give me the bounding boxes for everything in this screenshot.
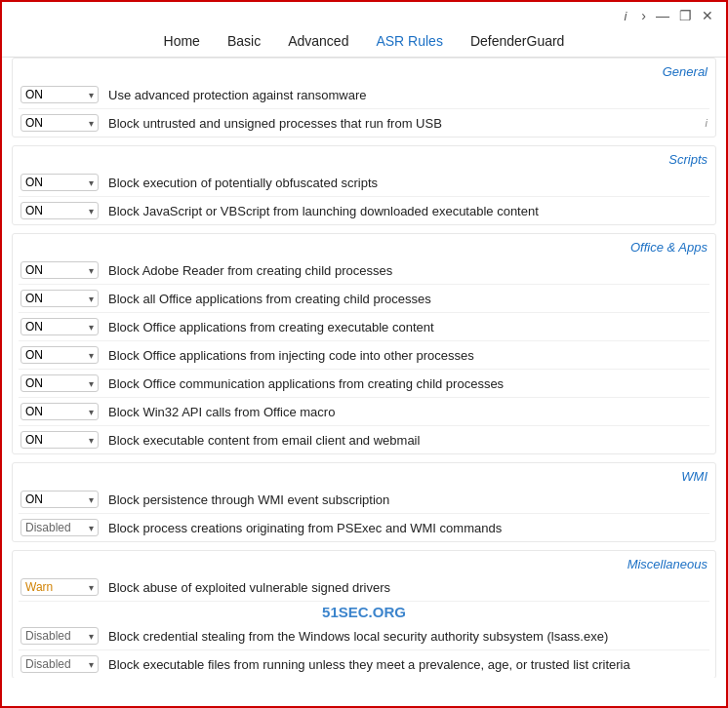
recommended-arrow-icon[interactable]: ›	[638, 8, 649, 23]
nav-item-asr-rules[interactable]: ASR Rules	[376, 33, 442, 49]
section-2: Office & AppsON▾Block Adobe Reader from …	[12, 233, 716, 454]
rule-row: ON▾Block execution of potentially obfusc…	[19, 169, 709, 197]
section-header-0: General	[19, 59, 709, 81]
toggle-label: ON	[25, 176, 43, 189]
rule-label: Block process creations originating from…	[108, 521, 708, 535]
close-button[interactable]: ✕	[699, 8, 716, 23]
toggle-button[interactable]: ON▾	[20, 346, 99, 364]
toggle-label: ON	[25, 204, 43, 217]
rule-row: ON▾Block untrusted and unsigned processe…	[19, 109, 709, 137]
toggle-label: Warn	[25, 580, 53, 594]
rule-label: Block Office communication applications …	[108, 376, 708, 391]
title-right: i › — ❐ ✕	[624, 8, 716, 23]
toggle-button[interactable]: ON▾	[20, 114, 99, 132]
toggle-label: ON	[25, 348, 43, 362]
rule-row: ON▾Block Win32 API calls from Office mac…	[19, 398, 709, 426]
rule-label: Block Adobe Reader from creating child p…	[108, 263, 708, 278]
toggle-label: ON	[25, 492, 43, 506]
chevron-down-icon: ▾	[89, 265, 94, 276]
rule-label: Block executable content from email clie…	[108, 433, 708, 448]
rule-row: Disabled▾Block executable files from run…	[19, 650, 709, 678]
rule-label: Block abuse of exploited vulnerable sign…	[108, 580, 708, 595]
section-header-3: WMI	[19, 463, 709, 486]
rule-label: Block all Office applications from creat…	[108, 292, 708, 306]
chevron-down-icon: ▾	[89, 435, 94, 446]
toggle-label: Disabled	[25, 521, 71, 534]
toggle-label: ON	[25, 376, 43, 390]
section-3: WMION▾Block persistence through WMI even…	[12, 462, 716, 542]
info-icon[interactable]: i	[706, 117, 708, 129]
rule-label: Block Office applications from creating …	[108, 320, 708, 334]
chevron-down-icon: ▾	[89, 631, 94, 642]
rule-label: Block untrusted and unsigned processes t…	[108, 116, 700, 131]
chevron-down-icon: ▾	[89, 407, 94, 417]
toggle-label: ON	[25, 263, 43, 277]
rule-label: Block persistence through WMI event subs…	[108, 492, 708, 507]
toggle-button[interactable]: ON▾	[20, 403, 99, 420]
rule-label: Block executable files from running unle…	[108, 657, 708, 672]
nav-item-home[interactable]: Home	[164, 33, 200, 49]
toggle-button[interactable]: Disabled▾	[20, 627, 99, 645]
toggle-label: ON	[25, 405, 43, 418]
rule-row: ON▾Block Office applications from inject…	[19, 341, 709, 370]
rule-row: ON▾Block JavaScript or VBScript from lau…	[19, 197, 709, 224]
rule-label: Block Win32 API calls from Office macro	[108, 405, 708, 419]
toggle-button[interactable]: ON▾	[20, 202, 99, 219]
rule-label: Use advanced protection against ransomwa…	[108, 88, 708, 102]
chevron-down-icon: ▾	[89, 294, 94, 304]
nav-item-defenderguard[interactable]: DefenderGuard	[470, 33, 565, 49]
nav-item-advanced[interactable]: Advanced	[288, 33, 348, 49]
chevron-down-icon: ▾	[89, 523, 94, 533]
section-1: ScriptsON▾Block execution of potentially…	[12, 145, 716, 225]
toggle-button[interactable]: Disabled▾	[20, 519, 99, 536]
toggle-label: ON	[25, 116, 43, 130]
toggle-button[interactable]: ON▾	[20, 318, 99, 335]
window-controls: › — ❐ ✕	[638, 8, 716, 23]
section-0: GeneralON▾Use advanced protection agains…	[12, 58, 716, 138]
toggle-button[interactable]: ON▾	[20, 431, 99, 449]
rule-row: ON▾Block all Office applications from cr…	[19, 285, 709, 313]
toggle-label: ON	[25, 88, 43, 101]
rule-row: Disabled▾Block process creations origina…	[19, 514, 709, 541]
content-area: GeneralON▾Use advanced protection agains…	[2, 58, 726, 678]
section-header-1: Scripts	[19, 146, 709, 169]
rule-label: Block Office applications from injecting…	[108, 348, 708, 363]
toggle-button[interactable]: ON▾	[20, 491, 99, 508]
rule-row: ON▾Block Adobe Reader from creating chil…	[19, 256, 709, 285]
rule-label: Block execution of potentially obfuscate…	[108, 176, 708, 190]
rule-row: ON▾Block persistence through WMI event s…	[19, 486, 709, 514]
chevron-down-icon: ▾	[89, 177, 94, 188]
toggle-button[interactable]: Disabled▾	[20, 655, 99, 673]
info-icon: i	[624, 9, 627, 23]
watermark: 51SEC.ORG	[19, 602, 709, 622]
chevron-down-icon: ▾	[89, 90, 94, 100]
restore-button[interactable]: ❐	[676, 8, 695, 23]
toggle-label: ON	[25, 433, 43, 447]
nav-bar: HomeBasicAdvancedASR RulesDefenderGuard	[2, 27, 726, 58]
chevron-down-icon: ▾	[89, 582, 94, 593]
chevron-down-icon: ▾	[89, 350, 94, 361]
minimize-button[interactable]: —	[653, 8, 672, 23]
rule-row: ON▾Block Office applications from creati…	[19, 313, 709, 341]
rule-row: ON▾Block executable content from email c…	[19, 426, 709, 453]
rule-label: Block credential stealing from the Windo…	[108, 629, 708, 644]
rule-row: ON▾Block Office communication applicatio…	[19, 370, 709, 398]
rule-row: ON▾Use advanced protection against ranso…	[19, 81, 709, 109]
toggle-button[interactable]: ON▾	[20, 174, 99, 191]
rule-row: Disabled▾Block credential stealing from …	[19, 622, 709, 650]
toggle-button[interactable]: Warn▾	[20, 578, 99, 596]
chevron-down-icon: ▾	[89, 378, 94, 389]
chevron-down-icon: ▾	[89, 118, 94, 129]
section-4: MiscellaneousWarn▾Block abuse of exploit…	[12, 550, 716, 678]
toggle-button[interactable]: ON▾	[20, 374, 99, 392]
toggle-label: Disabled	[25, 629, 71, 643]
chevron-down-icon: ▾	[89, 206, 94, 216]
rule-label: Block JavaScript or VBScript from launch…	[108, 204, 708, 218]
chevron-down-icon: ▾	[89, 322, 94, 333]
rule-row: Warn▾Block abuse of exploited vulnerable…	[19, 573, 709, 602]
toggle-button[interactable]: ON▾	[20, 290, 99, 307]
toggle-button[interactable]: ON▾	[20, 86, 99, 103]
title-bar: i › — ❐ ✕	[2, 2, 726, 27]
nav-item-basic[interactable]: Basic	[227, 33, 261, 49]
toggle-button[interactable]: ON▾	[20, 261, 99, 279]
